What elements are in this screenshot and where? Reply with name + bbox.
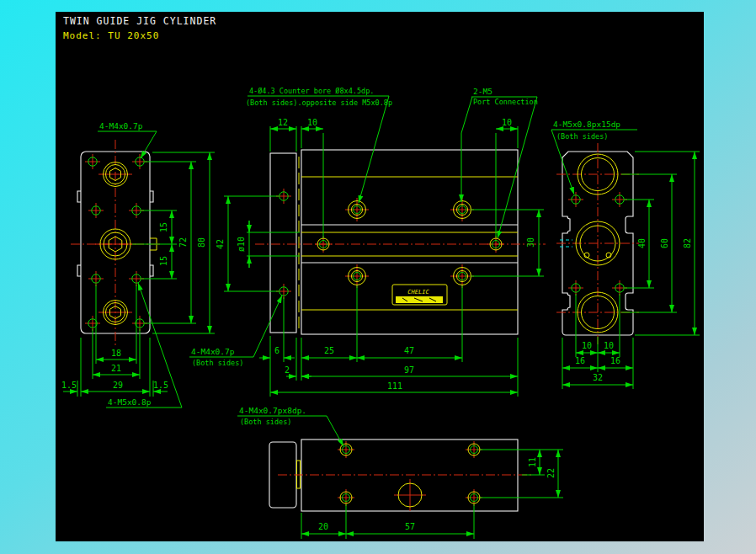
dim-16-right: 16 xyxy=(610,356,620,365)
dim-111: 111 xyxy=(387,381,402,391)
drawing-title: TWIN GUIDE JIG CYLINDER xyxy=(63,15,216,27)
dim-32: 32 xyxy=(593,373,603,382)
label-m4-both-2: (Both sides) xyxy=(192,359,243,367)
dim-10-port: 10 xyxy=(502,118,512,127)
dim-42: 42 xyxy=(216,239,225,249)
label-m5x15-1: 4-M5x0.8px15dp xyxy=(553,120,620,129)
dim-10-rod: 10 xyxy=(307,118,317,127)
dim-1p5-left: 1.5 xyxy=(61,381,77,390)
label-port-2: Port Connection xyxy=(473,98,538,106)
label-counterbore-2: (Both sides).opposite side M5x0.8p xyxy=(246,99,392,107)
dim-2: 2 xyxy=(285,365,290,375)
dim-30: 30 xyxy=(526,237,535,248)
dim-80: 80 xyxy=(197,237,206,248)
label-m4x8-2: (Both sides) xyxy=(240,418,291,426)
cad-window: TWIN GUIDE JIG CYLINDER Model: TU 20x50 xyxy=(0,0,756,554)
dim-rod-dia: ø10 xyxy=(237,237,246,252)
dim-22: 22 xyxy=(546,468,556,478)
dim-12: 12 xyxy=(278,118,288,127)
dim-15-upper: 15 xyxy=(159,222,168,232)
dim-10-left: 10 xyxy=(582,341,592,350)
cad-drawing: TWIN GUIDE JIG CYLINDER Model: TU 20x50 xyxy=(0,0,756,554)
label-m5x15-2: (Both sides) xyxy=(556,132,608,141)
dim-1p5-right: 1.5 xyxy=(153,381,168,390)
dim-47: 47 xyxy=(404,346,414,355)
dim-72: 72 xyxy=(178,237,188,248)
dim-6: 6 xyxy=(274,346,280,355)
dim-10-right: 10 xyxy=(604,341,614,350)
dim-60: 60 xyxy=(660,238,669,248)
drawing-model: Model: TU 20x50 xyxy=(63,30,159,41)
dim-57: 57 xyxy=(405,522,415,531)
dim-16-left: 16 xyxy=(575,356,585,365)
dim-21: 21 xyxy=(111,364,121,373)
label-port-1: 2-M5 xyxy=(473,87,492,96)
label-m4-both-1: 4-M4x0.7p xyxy=(191,347,235,356)
label-m5-front: 4-M5x0.8p xyxy=(108,397,152,407)
label-counterbore-1: 4-Ø4.3 Counter bore Ø8x4.5dp. xyxy=(249,87,374,95)
dim-29: 29 xyxy=(113,381,123,390)
dim-25: 25 xyxy=(324,346,334,355)
dim-97: 97 xyxy=(404,365,414,375)
dim-18: 18 xyxy=(111,349,121,358)
label-m4x8-1: 4-M4x0.7px8dp. xyxy=(239,406,306,415)
brand-text: CHELIC xyxy=(407,289,429,296)
label-m4-front: 4-M4x0.7p xyxy=(99,121,143,131)
dim-40: 40 xyxy=(637,238,647,248)
dim-20: 20 xyxy=(318,522,328,531)
dim-15-lower: 15 xyxy=(159,256,168,266)
dim-11: 11 xyxy=(528,457,537,467)
dim-82: 82 xyxy=(683,238,692,248)
